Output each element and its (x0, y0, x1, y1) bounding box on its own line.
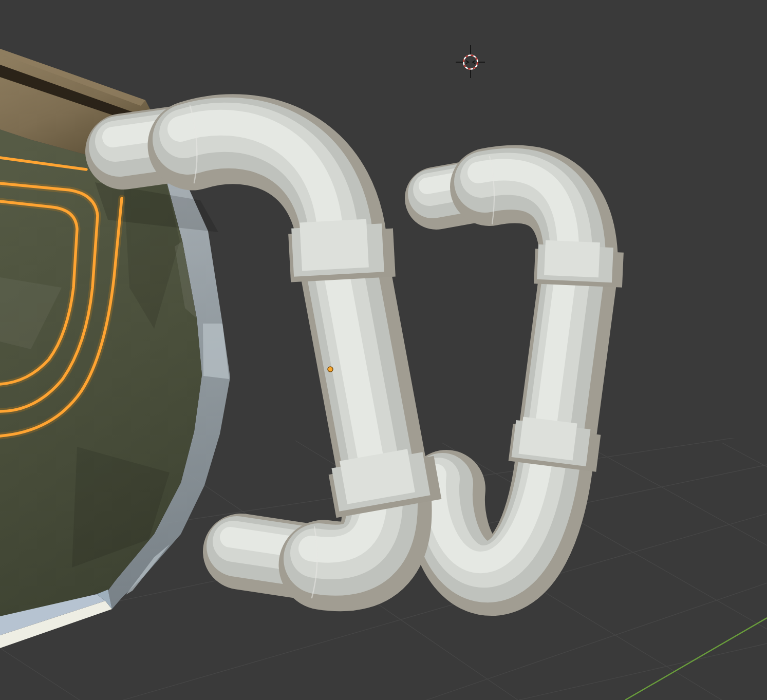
small-pipe-collar-shade (546, 420, 550, 457)
blender-viewport-window (0, 0, 767, 700)
small-pipe-collar-shade (571, 241, 573, 276)
viewport-3d (0, 0, 767, 700)
large-pipe-collar-shade (333, 221, 335, 269)
large-pipe-collar-shade (373, 455, 381, 498)
object-origin-icon[interactable] (328, 367, 333, 372)
origin-dot[interactable] (328, 367, 333, 372)
